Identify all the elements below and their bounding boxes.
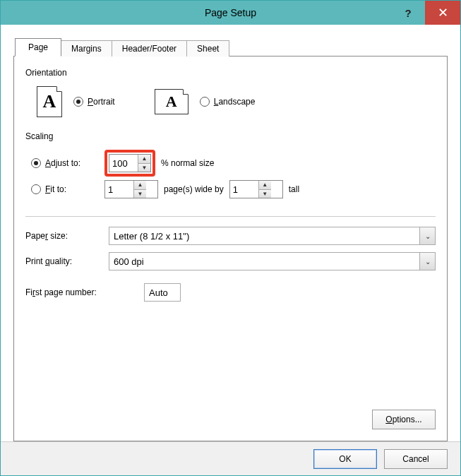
tabpanel-page: Orientation A Portrait A Landscape xyxy=(13,56,448,441)
scaling-heading: Scaling xyxy=(25,131,436,141)
fit-tall-spinner[interactable]: ▲ ▼ xyxy=(229,180,283,198)
orientation-heading: Orientation xyxy=(25,68,436,78)
fit-wide-input[interactable] xyxy=(105,181,133,198)
print-quality-label: Print quality: xyxy=(25,256,103,266)
adjust-suffix: % normal size xyxy=(161,158,214,168)
fit-tall-down[interactable]: ▼ xyxy=(259,190,271,198)
titlebar-controls: ? ✕ xyxy=(391,1,460,25)
tab-sheet[interactable]: Sheet xyxy=(186,40,229,56)
page-fold-icon xyxy=(56,86,62,92)
fit-to-label: Fit to: xyxy=(45,184,66,194)
scaling-group: Scaling Adjust to: ▲ ▼ xyxy=(25,131,436,210)
print-quality-value: 600 dpi xyxy=(109,253,419,270)
tabstrip: Page Margins Header/Footer Sheet xyxy=(15,37,448,56)
cancel-button[interactable]: Cancel xyxy=(384,449,448,469)
radio-landscape-label: Landscape xyxy=(214,97,256,107)
print-quality-dropdown-button[interactable]: ⌄ xyxy=(419,253,435,270)
fit-mid-text: page(s) wide by xyxy=(164,184,224,194)
portrait-page-icon: A xyxy=(37,86,62,117)
fit-wide-down[interactable]: ▼ xyxy=(134,190,146,198)
paper-size-value: Letter (8 1/2 x 11") xyxy=(109,227,419,244)
paper-size-label: Paper size: xyxy=(25,231,103,241)
first-page-input[interactable]: Auto xyxy=(144,283,181,302)
divider xyxy=(25,216,436,217)
landscape-page-icon: A xyxy=(155,89,188,114)
tab-header-footer[interactable]: Header/Footer xyxy=(112,40,187,56)
radio-portrait[interactable]: Portrait xyxy=(73,97,115,107)
fit-wide-up[interactable]: ▲ xyxy=(134,181,146,190)
ok-button[interactable]: OK xyxy=(313,449,377,469)
radio-portrait-label: Portrait xyxy=(88,97,115,107)
titlebar: Page Setup ? ✕ xyxy=(1,1,460,25)
first-page-label: First page number: xyxy=(25,287,138,297)
fit-tall-input[interactable] xyxy=(230,181,258,198)
page-fold-icon-2 xyxy=(183,89,188,95)
paper-size-dropdown-button[interactable]: ⌄ xyxy=(419,227,435,244)
radio-portrait-circle[interactable] xyxy=(73,97,83,107)
content-area: Page Margins Header/Footer Sheet Orienta… xyxy=(1,25,460,441)
orientation-group: A Portrait A Landscape xyxy=(25,81,436,129)
print-quality-combo[interactable]: 600 dpi ⌄ xyxy=(109,252,436,270)
scaling-adjust-row: Adjust to: ▲ ▼ % normal size xyxy=(31,150,436,177)
tab-page[interactable]: Page xyxy=(15,38,61,56)
radio-landscape-circle[interactable] xyxy=(200,97,210,107)
scaling-fit-row: Fit to: ▲ ▼ page(s) wide by xyxy=(31,177,436,202)
fit-wide-spinner[interactable]: ▲ ▼ xyxy=(104,180,158,198)
page-setup-dialog: Page Setup ? ✕ Page Margins Header/Foote… xyxy=(0,0,461,476)
paper-size-row: Paper size: Letter (8 1/2 x 11") ⌄ xyxy=(25,227,436,245)
page-icon-glyph-landscape: A xyxy=(166,93,177,111)
adjust-to-spinner[interactable]: ▲ ▼ xyxy=(109,154,151,172)
page-icon-glyph: A xyxy=(43,91,56,112)
adjust-to-input[interactable] xyxy=(109,155,138,172)
tab-margins[interactable]: Margins xyxy=(61,40,112,56)
adjust-spin-down[interactable]: ▼ xyxy=(138,164,150,172)
fit-tall-up[interactable]: ▲ xyxy=(259,181,271,190)
radio-fit-to[interactable] xyxy=(31,184,41,194)
radio-landscape[interactable]: Landscape xyxy=(200,97,256,107)
adjust-to-label: Adjust to: xyxy=(45,158,80,168)
dialog-footer: OK Cancel xyxy=(1,441,460,475)
adjust-spin-up[interactable]: ▲ xyxy=(138,155,150,164)
options-row: Options... xyxy=(25,405,436,434)
close-button[interactable]: ✕ xyxy=(425,1,460,25)
paper-size-combo[interactable]: Letter (8 1/2 x 11") ⌄ xyxy=(109,227,436,245)
options-button[interactable]: Options... xyxy=(372,410,436,429)
radio-adjust-to[interactable] xyxy=(31,158,41,168)
help-button[interactable]: ? xyxy=(391,1,425,25)
fit-tail-text: tall xyxy=(289,184,299,194)
print-quality-row: Print quality: 600 dpi ⌄ xyxy=(25,252,436,270)
first-page-row: First page number: Auto xyxy=(25,283,436,302)
adjust-value-highlight: ▲ ▼ xyxy=(104,150,155,177)
